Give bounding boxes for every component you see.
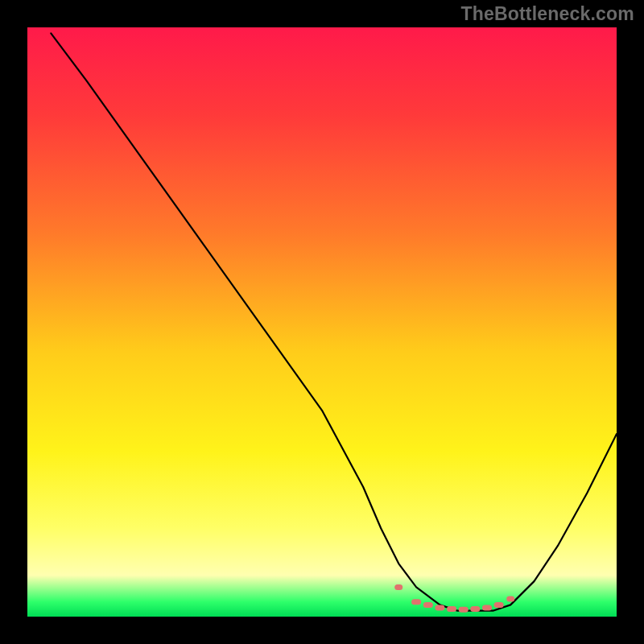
watermark-text: TheBottleneck.com	[460, 3, 634, 25]
marker-dot	[423, 602, 433, 608]
marker-dot	[470, 606, 480, 612]
marker-dot	[482, 605, 492, 611]
marker-dot	[459, 607, 469, 613]
chart-container: TheBottleneck.com	[0, 0, 644, 644]
marker-dot	[435, 605, 444, 611]
marker-dot	[506, 597, 514, 602]
marker-dot	[394, 584, 402, 590]
marker-dot	[494, 602, 504, 608]
marker-dot	[447, 606, 456, 612]
bottleneck-chart	[0, 0, 644, 644]
marker-dot	[411, 599, 421, 605]
chart-background-gradient	[27, 27, 617, 617]
